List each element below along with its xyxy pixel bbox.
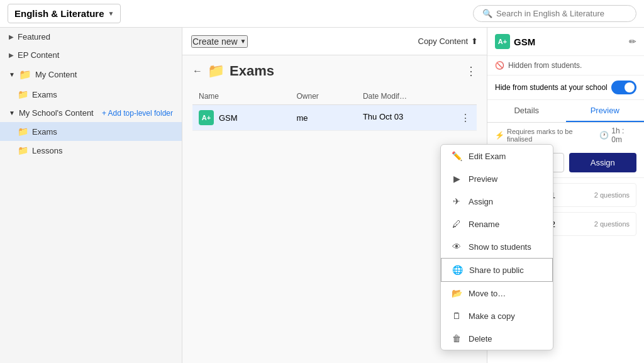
- sidebar: ▶ Featured ▶ EP Content ▼ 📁 My Content 📁…: [0, 28, 182, 363]
- chevron-down-icon: ▼: [9, 71, 15, 78]
- folder-icon: 📁: [18, 126, 28, 137]
- question-count: 2 questions: [594, 220, 630, 228]
- more-button[interactable]: ⋮: [465, 64, 477, 78]
- col-date: Date Modif…: [357, 88, 477, 105]
- chevron-right-icon: ▶: [9, 33, 14, 40]
- menu-item-delete[interactable]: 🗑 Delete: [441, 327, 553, 350]
- middle-toolbar: Create new ▼ Copy Content ⬆: [182, 28, 487, 55]
- move-icon: 📂: [451, 288, 462, 298]
- create-new-label: Create new: [192, 36, 238, 47]
- sidebar-item-school-exams[interactable]: 📁 Exams: [0, 122, 182, 141]
- folder-header: ← 📁 Exams ⋮: [192, 63, 477, 79]
- assign-button[interactable]: Assign: [569, 153, 637, 172]
- hide-toggle-switch[interactable]: [611, 81, 636, 94]
- copy-content-label: Copy Content: [418, 36, 469, 46]
- col-name: Name: [192, 88, 290, 105]
- right-tabs: Details Preview: [487, 100, 644, 123]
- menu-item-label: Preview: [469, 174, 497, 184]
- eye-icon: 👁: [451, 242, 462, 252]
- right-panel-title-text: GSM: [514, 36, 535, 47]
- row-date-cell: Thu Oct 03 ⋮: [357, 105, 477, 131]
- menu-item-preview[interactable]: ▶ Preview: [441, 167, 553, 190]
- menu-item-label: Assign: [469, 197, 493, 206]
- duration-text: 1h : 0m: [611, 126, 636, 144]
- menu-item-assign[interactable]: ✈ Assign: [441, 190, 553, 213]
- top-bar: English & Literature ▼ 🔍: [0, 0, 644, 28]
- menu-item-edit-exam[interactable]: ✏️ Edit Exam: [441, 145, 553, 167]
- hidden-eye-icon: 🚫: [495, 61, 504, 70]
- menu-item-label: Delete: [469, 334, 492, 343]
- row-more-button[interactable]: ⋮: [460, 112, 470, 124]
- menu-item-move-to[interactable]: 📂 Move to…: [441, 282, 553, 304]
- gsm-icon: A+: [495, 34, 510, 49]
- gsm-icon: A+: [199, 110, 214, 125]
- sidebar-item-label: EP Content: [18, 50, 59, 60]
- sidebar-item-label: My School's Content: [19, 108, 94, 118]
- menu-item-rename[interactable]: 🖊 Rename: [441, 213, 553, 235]
- chevron-down-icon: ▼: [9, 109, 15, 116]
- middle-content: Create new ▼ Copy Content ⬆ ← 📁 Exams ⋮ …: [182, 28, 487, 363]
- folder-icon: 📁: [19, 69, 31, 81]
- menu-item-label: Move to…: [469, 289, 506, 298]
- subject-dropdown[interactable]: English & Literature ▼: [8, 4, 121, 23]
- edit-icon: ✏️: [451, 151, 462, 161]
- hidden-notice: 🚫 Hidden from students.: [487, 56, 644, 75]
- search-box[interactable]: 🔍: [473, 5, 636, 22]
- back-button[interactable]: ←: [192, 65, 203, 77]
- tab-label: Details: [514, 106, 539, 115]
- clock-icon: 🕐: [599, 131, 609, 140]
- preview-icon: ▶: [451, 174, 462, 184]
- edit-button[interactable]: ✏: [629, 36, 636, 47]
- chevron-down-icon: ▼: [240, 38, 247, 45]
- folder-title: Exams: [230, 63, 274, 79]
- sidebar-schools-content[interactable]: ▼ My School's Content + Add top-level fo…: [0, 104, 182, 122]
- menu-item-show-students[interactable]: 👁 Show to students: [441, 235, 553, 258]
- upload-icon: ⬆: [471, 36, 478, 46]
- folder-icon: 📁: [18, 145, 28, 155]
- sidebar-item-label: Exams: [32, 127, 57, 137]
- folder-icon: 📁: [18, 89, 28, 99]
- sidebar-item-label: Featured: [18, 32, 50, 42]
- tab-details[interactable]: Details: [487, 100, 566, 122]
- content-table: Name Owner Date Modif… A+ GSM me: [192, 88, 477, 131]
- table-row[interactable]: A+ GSM me Thu Oct 03 ⋮: [192, 105, 477, 131]
- create-new-button[interactable]: Create new ▼: [191, 35, 248, 48]
- tab-label: Preview: [591, 106, 619, 115]
- menu-item-label: Share to public: [469, 265, 524, 275]
- folder-icon: 📁: [208, 63, 225, 79]
- question-count: 2 questions: [594, 191, 630, 199]
- search-input[interactable]: [496, 9, 622, 18]
- tab-preview[interactable]: Preview: [566, 100, 645, 122]
- copy-icon: 🗒: [451, 311, 462, 321]
- copy-content-button[interactable]: Copy Content ⬆: [418, 36, 479, 46]
- add-folder-button[interactable]: + Add top-level folder: [102, 109, 173, 118]
- hidden-notice-text: Hidden from students.: [508, 61, 582, 70]
- sidebar-my-content[interactable]: ▼ 📁 My Content: [0, 64, 182, 85]
- main-layout: ▶ Featured ▶ EP Content ▼ 📁 My Content 📁…: [0, 28, 644, 363]
- row-date-label: Thu Oct 03: [363, 112, 403, 121]
- row-name-label: GSM: [219, 113, 238, 123]
- context-menu: ✏️ Edit Exam ▶ Preview ✈ Assign 🖊 Rename…: [440, 144, 553, 350]
- chevron-right-icon: ▶: [9, 52, 14, 59]
- sidebar-item-school-lessons[interactable]: 📁 Lessons: [0, 141, 182, 160]
- sidebar-item-label: My Content: [35, 70, 77, 79]
- menu-item-label: Edit Exam: [469, 152, 506, 161]
- requires-marks-text: Requires marks to be finalised: [507, 128, 599, 143]
- globe-icon: 🌐: [452, 265, 463, 275]
- chevron-down-icon: ▼: [108, 10, 114, 17]
- row-owner-cell: me: [290, 105, 356, 131]
- col-owner: Owner: [290, 88, 356, 105]
- menu-item-share-public[interactable]: 🌐 Share to public: [441, 258, 553, 282]
- sidebar-item-featured[interactable]: ▶ Featured: [0, 28, 182, 46]
- sidebar-item-exams-my[interactable]: 📁 Exams: [0, 85, 182, 104]
- search-icon: 🔍: [482, 9, 492, 18]
- sidebar-item-label: Exams: [32, 90, 57, 99]
- row-name-cell: A+ GSM: [192, 105, 290, 131]
- trash-icon: 🗑: [451, 333, 462, 343]
- rename-icon: 🖊: [451, 219, 462, 229]
- sidebar-item-label: Lessons: [32, 146, 62, 155]
- sidebar-item-ep-content[interactable]: ▶ EP Content: [0, 46, 182, 64]
- hide-toggle-row: Hide from students at your school: [487, 75, 644, 100]
- right-panel-header: A+ GSM ✏: [487, 28, 644, 56]
- menu-item-make-copy[interactable]: 🗒 Make a copy: [441, 304, 553, 327]
